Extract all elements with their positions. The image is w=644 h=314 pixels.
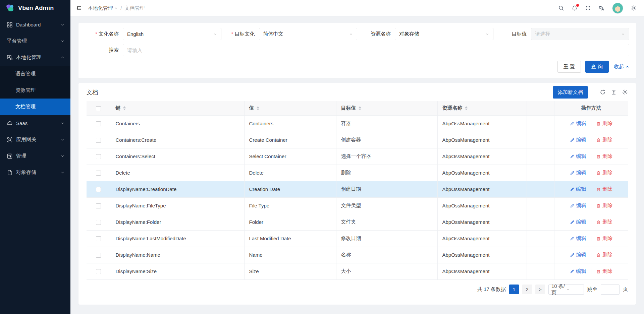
cell-resource-name: AbpOssManagement	[437, 263, 527, 279]
add-document-button[interactable]: 添加新文档	[553, 86, 588, 99]
row-height-icon[interactable]	[611, 89, 617, 95]
row-checkbox[interactable]	[96, 220, 101, 225]
row-checkbox[interactable]	[96, 253, 101, 258]
delete-button[interactable]: 删除	[596, 202, 612, 209]
page-button-2[interactable]: 2	[522, 285, 532, 294]
edit-button[interactable]: 编辑	[570, 153, 586, 160]
user-avatar[interactable]	[612, 3, 623, 14]
sidebar-item-admin[interactable]: 管理	[0, 148, 70, 164]
pencil-icon	[570, 203, 575, 208]
sidebar-item-saas[interactable]: Saas	[0, 115, 70, 131]
row-checkbox[interactable]	[96, 154, 101, 159]
pencil-icon	[570, 220, 575, 225]
jump-page-input[interactable]	[601, 285, 620, 295]
sidebar-item-resource-management[interactable]: 资源管理	[0, 82, 70, 99]
reset-button[interactable]: 重 置	[557, 61, 581, 73]
sidebar-item-object-storage[interactable]: 对象存储	[0, 164, 70, 181]
row-checkbox[interactable]	[96, 121, 101, 126]
delete-button[interactable]: 删除	[596, 153, 612, 160]
row-checkbox[interactable]	[96, 203, 101, 208]
edit-button[interactable]: 编辑	[570, 235, 586, 242]
translate-icon[interactable]	[598, 5, 605, 11]
edit-button[interactable]: 编辑	[570, 268, 586, 274]
collapse-filters-link[interactable]: 收起	[614, 64, 629, 70]
fullscreen-icon[interactable]	[585, 5, 591, 11]
edit-button[interactable]: 编辑	[570, 186, 586, 192]
cell-target-value: 文件类型	[336, 197, 437, 214]
row-checkbox[interactable]	[96, 171, 101, 176]
sidebar-item-document-management[interactable]: 文档管理	[0, 99, 70, 115]
column-header-key[interactable]: 键	[111, 101, 244, 115]
sidebar-item-label: 平台管理	[7, 38, 61, 44]
trash-icon	[596, 253, 601, 257]
column-header-value[interactable]: 值	[244, 101, 336, 115]
page-button-1[interactable]: 1	[509, 285, 519, 294]
sort-icons[interactable]	[257, 106, 259, 110]
column-header-resource-name[interactable]: 资源名称	[437, 101, 527, 115]
resource-name-select[interactable]: 对象存储	[395, 28, 493, 40]
breadcrumb-parent[interactable]: 本地化管理	[88, 5, 118, 11]
sidebar-item-localization[interactable]: 本地化管理	[0, 49, 70, 66]
chevron-down-icon	[61, 154, 64, 158]
row-checkbox[interactable]	[96, 269, 101, 274]
target-culture-select[interactable]: 简体中文	[259, 28, 358, 40]
row-checkbox[interactable]	[96, 187, 101, 192]
notification-bell-icon[interactable]	[572, 5, 578, 11]
field-target-value: 目标值 请选择	[493, 28, 630, 40]
settings-gear-icon[interactable]	[631, 5, 637, 11]
breadcrumb: 本地化管理 / 文档管理	[88, 5, 145, 11]
table-toolbar: 添加新文档	[553, 86, 628, 99]
edit-button[interactable]: 编辑	[570, 202, 586, 209]
app-logo: Vben Admin	[0, 0, 70, 16]
delete-button[interactable]: 删除	[596, 235, 612, 242]
sidebar-item-label: Dashboard	[16, 22, 61, 27]
delete-button[interactable]: 删除	[596, 170, 612, 176]
sidebar-item-dashboard[interactable]: Dashboard	[0, 16, 70, 33]
search-icon[interactable]	[558, 5, 564, 11]
cell-value: File Type	[244, 197, 336, 214]
sidebar-item-gateway[interactable]: 应用网关	[0, 131, 70, 148]
delete-button[interactable]: 删除	[596, 252, 612, 258]
row-checkbox[interactable]	[96, 138, 101, 143]
cell-target-value: 名称	[336, 247, 437, 263]
delete-button[interactable]: 删除	[596, 186, 612, 192]
target-value-select[interactable]: 请选择	[531, 28, 630, 40]
refresh-icon[interactable]	[600, 89, 606, 95]
delete-button[interactable]: 删除	[596, 120, 612, 127]
menu-fold-icon[interactable]	[76, 5, 82, 11]
delete-button[interactable]: 删除	[596, 219, 612, 225]
column-header-target-value[interactable]: 目标值	[336, 101, 437, 115]
cell-key: Containers:Create	[111, 132, 244, 148]
delete-button[interactable]: 删除	[596, 268, 612, 274]
cell-resource-name: AbpOssManagement	[437, 197, 527, 214]
sort-icons[interactable]	[465, 106, 468, 110]
delete-button[interactable]: 删除	[596, 137, 612, 143]
sort-icons[interactable]	[123, 106, 126, 110]
sidebar-item-language-management[interactable]: 语言管理	[0, 66, 70, 82]
culture-name-select[interactable]: English	[123, 28, 221, 40]
table-settings-gear-icon[interactable]	[622, 89, 628, 95]
next-page-button[interactable]: >	[535, 285, 545, 294]
table-row: Containers Containers 容器 AbpOssManagemen…	[87, 115, 628, 132]
trash-icon	[596, 220, 601, 225]
edit-button[interactable]: 编辑	[570, 137, 586, 143]
query-button[interactable]: 查 询	[585, 61, 609, 73]
resource-name-label: 资源名称	[357, 31, 395, 37]
edit-button[interactable]: 编辑	[570, 252, 586, 258]
edit-button[interactable]: 编辑	[570, 170, 586, 176]
search-label: 搜索	[85, 47, 123, 53]
cell-value: Delete	[244, 165, 336, 181]
sidebar-item-platform[interactable]: 平台管理	[0, 33, 70, 49]
page-size-select[interactable]: 10 条/页	[548, 285, 584, 295]
filter-panel: 文化名称 English 目标文化 简体中文	[78, 23, 636, 78]
edit-button[interactable]: 编辑	[570, 120, 586, 127]
row-checkbox[interactable]	[96, 236, 101, 241]
cell-empty	[527, 197, 554, 214]
sort-icons[interactable]	[359, 106, 361, 110]
search-input[interactable]	[123, 44, 629, 56]
select-all-checkbox[interactable]	[96, 106, 101, 111]
sidebar-item-label: 对象存储	[16, 169, 61, 176]
topbar: 本地化管理 / 文档管理	[70, 0, 644, 16]
edit-button[interactable]: 编辑	[570, 219, 586, 225]
trash-icon	[596, 203, 601, 208]
